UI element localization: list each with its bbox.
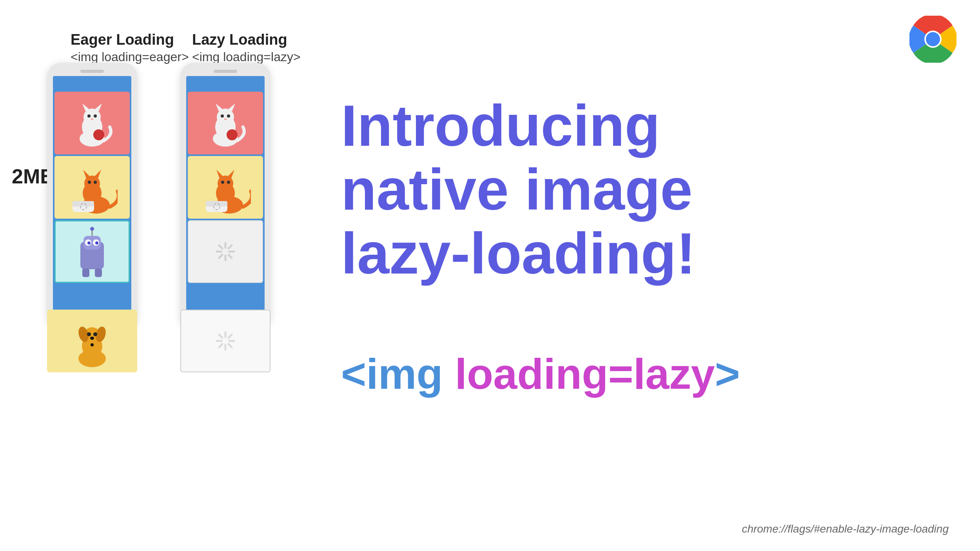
svg-rect-20 <box>73 201 94 207</box>
svg-point-56 <box>227 181 230 184</box>
svg-point-47 <box>227 114 230 118</box>
intro-line2: native image <box>341 157 693 222</box>
svg-line-64 <box>219 245 222 248</box>
svg-marker-16 <box>94 170 101 178</box>
svg-point-55 <box>221 181 224 184</box>
svg-point-31 <box>90 227 94 231</box>
browser-bar-eager <box>53 76 131 90</box>
svg-line-65 <box>229 255 232 258</box>
lazy-title: Lazy Loading <box>192 31 301 48</box>
lazy-code: <img loading=lazy> <box>192 50 301 64</box>
eager-image-3 <box>54 220 130 283</box>
lazy-loading-label: Lazy Loading <img loading=lazy> <box>192 31 301 64</box>
svg-rect-28 <box>82 268 89 277</box>
lazy-loading-2 <box>180 310 270 372</box>
svg-point-48 <box>224 118 227 120</box>
svg-line-66 <box>229 245 232 248</box>
code-loading-attr: loading=lazy <box>455 350 715 398</box>
svg-point-38 <box>93 332 97 336</box>
svg-point-9 <box>94 114 97 118</box>
intro-line1: Introducing <box>341 93 660 158</box>
chrome-logo <box>909 16 956 63</box>
lazy-image-2 <box>188 156 263 219</box>
lazy-extra-cards <box>180 310 270 372</box>
code-close-tag: > <box>715 350 740 398</box>
code-img-tag: <img <box>341 350 455 398</box>
svg-marker-15 <box>83 170 90 178</box>
phone-speaker-eager <box>80 70 104 73</box>
svg-point-8 <box>87 114 91 118</box>
svg-point-40 <box>91 343 94 346</box>
svg-line-67 <box>219 255 222 258</box>
svg-point-2 <box>926 32 940 46</box>
svg-point-26 <box>87 241 91 245</box>
svg-rect-29 <box>95 268 102 277</box>
lazy-phone <box>180 63 270 329</box>
code-example: <img loading=lazy> <box>341 349 740 399</box>
eager-phone <box>47 63 137 329</box>
svg-point-46 <box>221 114 224 118</box>
svg-line-74 <box>229 335 232 338</box>
svg-point-27 <box>95 241 98 245</box>
svg-point-17 <box>88 181 91 184</box>
intro-line3: lazy-loading! <box>341 221 695 286</box>
eager-image-2 <box>54 156 130 219</box>
svg-marker-53 <box>216 170 223 178</box>
eager-loading-label: Eager Loading <img loading=eager> <box>71 31 189 64</box>
browser-bar-lazy <box>186 76 265 90</box>
svg-point-10 <box>91 118 93 120</box>
svg-point-39 <box>90 337 94 340</box>
eager-image-1 <box>54 92 130 154</box>
phone-screen-eager <box>53 76 131 325</box>
lazy-loading-1 <box>188 220 263 283</box>
eager-image-4 <box>47 310 137 372</box>
svg-line-73 <box>229 344 232 347</box>
flag-url: chrome://flags/#enable-lazy-image-loadin… <box>742 523 949 535</box>
svg-line-75 <box>219 344 222 347</box>
phone-speaker-lazy <box>214 70 237 73</box>
svg-point-43 <box>217 109 234 126</box>
phone-content-lazy <box>186 90 265 325</box>
svg-point-18 <box>94 181 97 184</box>
lazy-image-1 <box>188 92 263 154</box>
eager-code: <img loading=eager> <box>71 50 189 64</box>
svg-line-72 <box>219 335 222 338</box>
svg-point-49 <box>227 129 238 140</box>
eager-title: Eager Loading <box>71 31 189 48</box>
svg-marker-54 <box>227 170 234 178</box>
eager-extra-cards <box>47 310 137 372</box>
svg-rect-58 <box>206 201 227 207</box>
intro-title: Introducing native image lazy-loading! <box>341 94 890 285</box>
svg-point-5 <box>83 109 101 126</box>
phone-content-eager <box>53 90 131 325</box>
svg-point-37 <box>87 332 91 336</box>
phone-screen-lazy <box>186 76 265 325</box>
intro-text-block: Introducing native image lazy-loading! <box>341 94 890 285</box>
svg-point-11 <box>93 129 104 140</box>
